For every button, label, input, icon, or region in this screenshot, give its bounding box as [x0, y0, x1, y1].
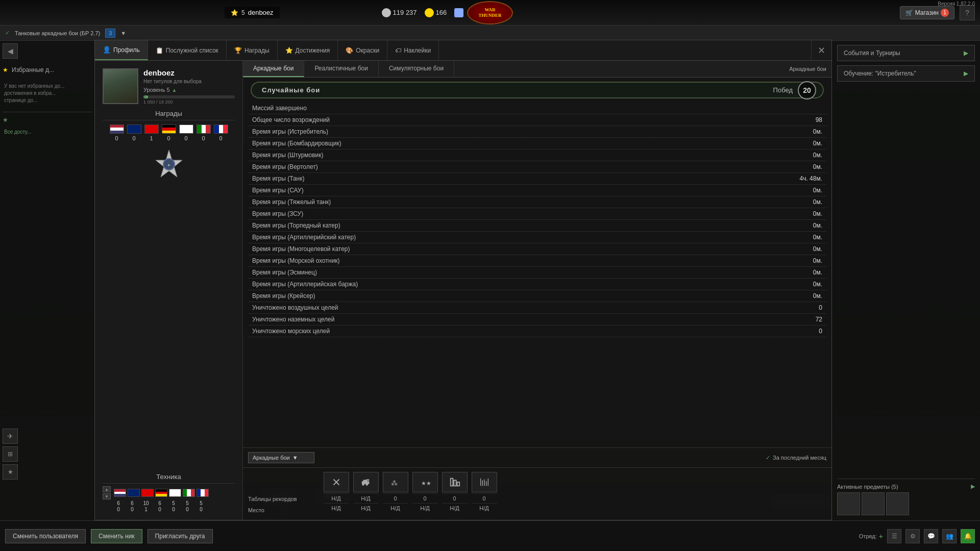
level-icon: ⭐: [231, 9, 238, 16]
stat-label-9: Время игры (ЗСУ): [252, 210, 303, 217]
tab-achievements[interactable]: ⭐ Достижения: [278, 40, 338, 60]
logo-text: WARTHUNDER: [478, 7, 501, 18]
stat-value-6: 4ч. 48м.: [792, 175, 822, 182]
record-cell-4-0: 0: [442, 493, 468, 503]
top-bar-right: 🛒 Магазин 1 ?: [900, 5, 980, 20]
svg-rect-14: [454, 480, 456, 486]
invite-friend-button[interactable]: Пригласить друга: [148, 529, 213, 543]
shop-button[interactable]: 🛒 Магазин 1: [900, 6, 954, 19]
learning-label: Обучение: "Истребитель": [844, 70, 916, 77]
top-bar: Версия 1.87.2.0 ⭐ 5 denboez WARTHUNDER 1…: [0, 0, 980, 26]
sidebar-icon-3[interactable]: ★: [3, 464, 18, 480]
tech-count-jp-top: 5: [167, 500, 180, 506]
record-cell-5-0: 0: [472, 493, 497, 503]
all-achievements-link[interactable]: Все досту...: [3, 126, 92, 138]
close-icon: ✕: [818, 45, 825, 56]
active-items-header: Активные предметы (5) ▶: [837, 483, 975, 490]
record-cell-0-1: Н/Д: [324, 503, 349, 513]
record-cell-4-1: Н/Д: [442, 503, 468, 513]
switch-user-button[interactable]: Сменить пользователя: [5, 529, 86, 543]
notification-button[interactable]: 🔔: [961, 529, 975, 543]
svg-point-10: [365, 483, 368, 486]
tech-up-arrow[interactable]: ▲: [103, 486, 111, 492]
shop-notification: 1: [941, 9, 949, 17]
tab-stickers-label: Наклейки: [404, 47, 431, 54]
tab-service[interactable]: 📋 Послужной список: [148, 40, 227, 60]
realistic-tab-label: Реалистичные бои: [314, 65, 368, 72]
flag-ger: [162, 124, 176, 134]
flag-usa: [110, 124, 124, 134]
favorite-star-icon: ★: [3, 66, 8, 73]
settings-button[interactable]: ⚙: [905, 529, 920, 543]
friends-button[interactable]: 👥: [942, 529, 957, 543]
change-nick-button[interactable]: Сменить ник: [91, 529, 142, 543]
count-jp: 0: [179, 135, 193, 141]
stat-label-7: Время игры (САУ): [252, 187, 304, 194]
stats-header-container: Случайные бои Побед 20: [251, 82, 824, 98]
squad-plus-icon[interactable]: +: [879, 532, 883, 540]
flag-ussr: [144, 124, 159, 134]
stat-row-6: Время игры (Танк) 4ч. 48м.: [248, 173, 826, 185]
chat-button[interactable]: 💬: [924, 529, 938, 543]
record-col-4: 0Н/Д: [440, 472, 469, 513]
stat-value-9: 0м.: [792, 210, 822, 217]
record-icon-box-4: [442, 472, 468, 492]
stat-value-18: 72: [792, 316, 822, 323]
active-items-row: [837, 492, 975, 515]
svg-point-9: [362, 483, 364, 486]
squad-text: Отряд:: [859, 533, 877, 539]
sidebar-icon-1[interactable]: ✈: [3, 429, 18, 444]
down-icon: ▼: [105, 494, 109, 499]
stat-label-19: Уничтожено морских целей: [252, 328, 330, 335]
tab-profile[interactable]: 👤 Профиль: [95, 40, 148, 60]
stat-row-15: Время игры (Артиллерийская баржа) 0м.: [248, 279, 826, 290]
mode-badge: 3: [105, 29, 115, 38]
tech-count-fr-top: 5: [195, 500, 207, 506]
simulator-tab[interactable]: Симуляторные бои: [379, 61, 454, 77]
stat-value-15: 0м.: [792, 281, 822, 288]
list-view-button[interactable]: ☰: [887, 529, 901, 543]
tech-down-arrow[interactable]: ▼: [103, 493, 111, 499]
record-cell-3-1: Н/Д: [412, 503, 438, 513]
avatar-image: [104, 69, 137, 103]
tab-stickers[interactable]: 🏷 Наклейки: [387, 40, 439, 60]
stat-value-13: 0м.: [792, 257, 822, 264]
record-cell-0-0: Н/Д: [324, 493, 349, 503]
tech-count-usa-top: 6: [112, 500, 125, 506]
player-avatar: [103, 68, 138, 104]
filter-checkbox[interactable]: ✓ За последний месяц: [766, 455, 826, 461]
active-items-arrow-icon: ▶: [971, 483, 975, 490]
stat-label-2: Время игры (Истребитель): [252, 128, 328, 135]
stat-label-4: Время игры (Штурмовик): [252, 152, 324, 159]
bottom-right-controls: Отряд: + ☰ ⚙ 💬 👥 🔔: [859, 529, 975, 543]
awards-section: Награды 0 0 1 0 0 0 0: [103, 110, 235, 141]
sidebar-back-button[interactable]: ◀: [3, 43, 18, 59]
sidebar-icon-2[interactable]: ⊞: [3, 446, 18, 462]
count-usa: 0: [110, 135, 124, 141]
tech-count-it-top: 5: [181, 500, 193, 506]
learning-button[interactable]: Обучение: "Истребитель" ▶: [837, 65, 975, 82]
record-cell-2-0: 0: [383, 493, 408, 503]
tab-achievements-label: Достижения: [296, 47, 330, 54]
player-info[interactable]: ⭐ 5 denboez: [225, 7, 280, 18]
tech-flag-ger: [155, 489, 167, 497]
silver-amount: 119 237: [393, 9, 417, 16]
records-section: Таблицы рекордов Место Н/ДН/ДН/ДН/Д⁂0Н/Д…: [243, 467, 831, 520]
tab-skins[interactable]: 🎨 Окраски: [338, 40, 387, 60]
svg-rect-15: [457, 482, 459, 486]
left-sidebar: ◀ ★ Избранные д... У вас нет избранных д…: [0, 41, 94, 520]
realistic-tab[interactable]: Реалистичные бои: [304, 61, 379, 77]
main-panel: 👤 Профиль 📋 Послужной список 🏆 Награды ⭐…: [94, 40, 832, 520]
mode-text: Танковые аркадные бои (БР 2.7): [15, 30, 100, 36]
record-cell-1-1: Н/Д: [353, 503, 379, 513]
events-button[interactable]: События и Турниры ▶: [837, 45, 975, 61]
stat-row-17: Уничтожено воздушных целей 0: [248, 302, 826, 314]
currency-group: 119 237 166: [382, 8, 481, 17]
tech-flag-it: [183, 489, 195, 497]
arcade-tab[interactable]: Аркадные бои: [243, 61, 304, 77]
close-button[interactable]: ✕: [811, 40, 831, 61]
tab-awards[interactable]: 🏆 Награды: [227, 40, 278, 60]
stat-row-4: Время игры (Штурмовик) 0м.: [248, 149, 826, 161]
help-button[interactable]: ?: [960, 5, 975, 20]
battle-type-dropdown[interactable]: Аркадные бои ▼: [248, 452, 314, 463]
